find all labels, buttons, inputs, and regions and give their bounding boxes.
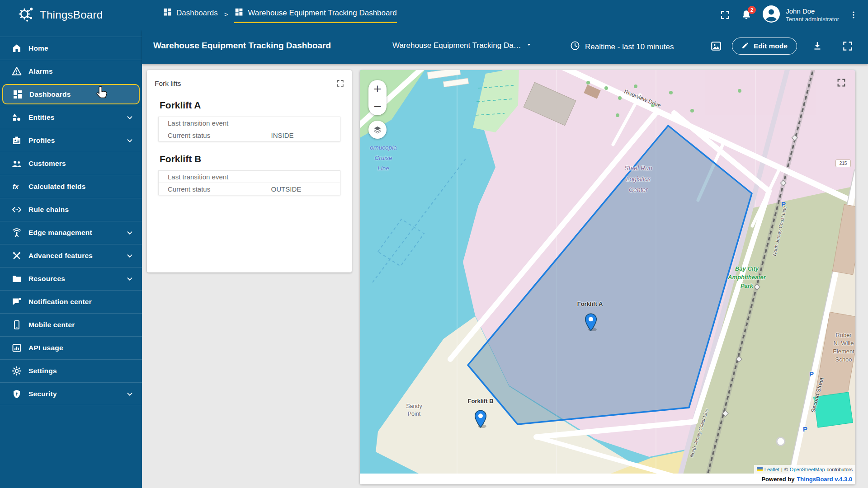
app-name: ThingsBoard (40, 9, 103, 21)
sidebar-item-mobile-center[interactable]: Mobile center (0, 313, 142, 336)
chevron-down-icon (125, 389, 135, 401)
fullscreen-icon[interactable] (842, 40, 854, 52)
map-marker-forklift-a[interactable] (585, 313, 597, 331)
sidebar-item-customers[interactable]: Customers (0, 152, 142, 175)
top-header: ThingsBoard Dashboards > Warehouse Equip… (0, 0, 868, 30)
chevron-down-icon (125, 113, 135, 124)
map-attribution: Leaflet | © OpenStreetMap contributors (754, 465, 855, 474)
entities-shapes-icon (11, 112, 22, 123)
chevron-down-icon (125, 228, 135, 239)
device-status-table: Last transition event Current status OUT… (158, 170, 340, 195)
ukraine-flag-icon (757, 467, 763, 471)
sidebar-item-calculated-fields[interactable]: fx Calculated fields (0, 175, 142, 198)
dashboard-image-icon[interactable] (710, 40, 722, 52)
dashboard-grid-icon (234, 7, 244, 19)
mobile-phone-icon (11, 319, 22, 330)
home-icon (11, 43, 22, 54)
leaflet-link[interactable]: Leaflet (764, 467, 779, 472)
notification-count-badge: 2 (748, 6, 756, 14)
timewindow-button[interactable]: Realtime - last 10 minutes (570, 40, 674, 53)
sidebar-item-home[interactable]: Home (0, 37, 142, 60)
thingsboard-logo-icon (16, 5, 35, 25)
header-actions: 2 John Doe Tenant administrator (720, 5, 868, 25)
sidebar-item-entities[interactable]: Entities (0, 106, 142, 129)
status-value: INSIDE (271, 131, 294, 139)
alarm-warning-icon (11, 66, 22, 77)
sidebar-item-security[interactable]: Security (0, 382, 142, 405)
tools-icon (11, 250, 22, 261)
breadcrumb-current-dashboard[interactable]: Warehouse Equipment Tracking Dashboard (234, 7, 396, 23)
user-role: Tenant administrator (786, 15, 839, 23)
powered-by-bar: Powered by ThingsBoard v.4.3.0 (360, 474, 855, 484)
sidebar-item-rule-chains[interactable]: Rule chains (0, 198, 142, 221)
device-status-table: Last transition event Current status INS… (158, 117, 340, 141)
dashboard-select[interactable]: Warehouse Equipment Tracking Da… (392, 41, 532, 50)
sidebar-item-notification-center[interactable]: Notification center (0, 290, 142, 313)
table-row: Last transition event (159, 171, 340, 183)
thingsboard-version-link[interactable]: ThingsBoard v.4.3.0 (797, 476, 852, 483)
api-usage-icon (11, 343, 22, 353)
fx-function-icon: fx (11, 181, 22, 192)
page-title: Warehouse Equipment Tracking Dashboard (153, 41, 331, 51)
shield-icon (11, 389, 22, 399)
chevron-down-icon (125, 251, 135, 263)
map-canvas[interactable]: ornucopiaCruiseLine Riverview Drive Stee… (360, 70, 855, 474)
user-menu[interactable]: John Doe Tenant administrator (762, 5, 839, 25)
widget-title: Fork lifts (155, 80, 181, 88)
breadcrumb-separator: > (224, 10, 228, 20)
table-row: Current status INSIDE (159, 129, 340, 141)
folder-icon (11, 273, 22, 284)
sidebar-item-advanced-features[interactable]: Advanced features (0, 244, 142, 267)
sidebar-item-edge-management[interactable]: Edge management (0, 221, 142, 244)
dashboard-toolbar: Warehouse Equipment Tracking Dashboard W… (142, 30, 868, 64)
marker-label-forklift-b: Forklift B (453, 398, 508, 404)
table-row: Last transition event (159, 117, 340, 129)
marker-label-forklift-a: Forklift A (563, 300, 617, 307)
user-name: John Doe (786, 7, 839, 15)
map-zoom-control: + − (368, 80, 387, 115)
gear-icon (11, 366, 22, 376)
dashboard-grid-icon (163, 7, 172, 19)
device-name: Forklift A (160, 100, 340, 111)
pencil-icon (741, 42, 749, 51)
widget-fullscreen-icon[interactable] (336, 79, 344, 88)
table-row: Current status OUTSIDE (159, 183, 340, 195)
sidebar-item-api-usage[interactable]: API usage (0, 336, 142, 359)
app-logo[interactable]: ThingsBoard (0, 5, 143, 25)
thingsboard-app: ThingsBoard Dashboards > Warehouse Equip… (0, 0, 868, 488)
edit-mode-button[interactable]: Edit mode (732, 38, 797, 55)
download-icon[interactable] (811, 40, 823, 52)
map-widget: ornucopiaCruiseLine Riverview Drive Stee… (360, 70, 855, 484)
map-layers-button[interactable] (368, 121, 387, 139)
dashboard-grid-icon (12, 89, 23, 100)
rule-chains-icon (11, 204, 22, 215)
customers-people-icon (11, 158, 22, 169)
avatar (762, 5, 780, 25)
message-bubble-icon (11, 296, 22, 307)
zoom-out-button[interactable]: − (368, 98, 387, 115)
sidebar-item-alarms[interactable]: Alarms (0, 60, 142, 83)
fullscreen-icon[interactable] (720, 9, 731, 20)
edge-antenna-icon (11, 227, 22, 238)
zoom-in-button[interactable]: + (368, 80, 387, 98)
chevron-down-icon (125, 136, 135, 147)
breadcrumb: Dashboards > Warehouse Equipment Trackin… (163, 7, 397, 23)
chevron-down-icon (125, 274, 135, 286)
map-marker-forklift-b[interactable] (474, 410, 487, 428)
sidebar-nav: Home Alarms Dashboards Entities Profiles… (0, 30, 142, 488)
status-value: OUTSIDE (271, 185, 302, 193)
clock-icon (570, 40, 580, 53)
notifications-bell-icon[interactable]: 2 (741, 9, 752, 21)
svg-text:fx: fx (13, 183, 19, 190)
sidebar-item-settings[interactable]: Settings (0, 359, 142, 382)
profile-badge-icon (11, 135, 22, 146)
sidebar-item-resources[interactable]: Resources (0, 267, 142, 290)
sidebar-item-dashboards[interactable]: Dashboards (2, 84, 140, 104)
breadcrumb-dashboards[interactable]: Dashboards (163, 7, 218, 23)
map-fullscreen-icon[interactable] (834, 77, 849, 89)
sidebar-item-profiles[interactable]: Profiles (0, 129, 142, 152)
more-options-icon[interactable] (849, 9, 858, 20)
dropdown-arrow-icon (526, 41, 532, 50)
openstreetmap-link[interactable]: OpenStreetMap (790, 467, 825, 472)
forklifts-widget: Fork lifts Forklift A Last transition ev… (147, 70, 352, 272)
